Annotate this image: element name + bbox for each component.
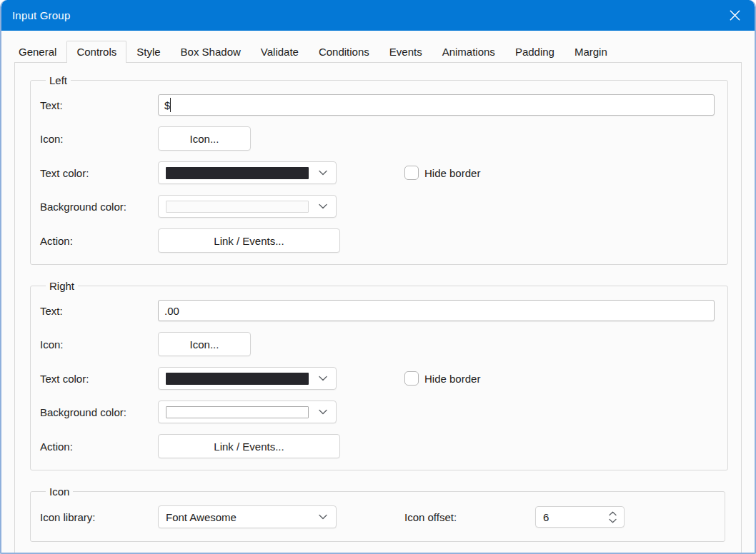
right-hide-border-label: Hide border [424, 373, 480, 385]
right-icon-label: Icon: [40, 338, 158, 351]
chevron-down-icon [319, 203, 327, 209]
titlebar: Input Group [0, 0, 756, 31]
window-title: Input Group [12, 9, 70, 21]
controls-tab-panel: Left Text: Icon: Icon... Text color: [14, 62, 742, 554]
icon-library-row: Icon library: Font Awesome Icon offset: … [40, 505, 712, 528]
right-icon-row: Icon: Icon... [40, 332, 715, 356]
icon-offset-spinner[interactable]: 6 [535, 506, 625, 528]
chevron-down-icon [609, 518, 617, 523]
close-icon [729, 9, 741, 21]
tab-style[interactable]: Style [126, 41, 170, 63]
right-icon-button[interactable]: Icon... [158, 332, 251, 356]
text-cursor [170, 98, 171, 112]
left-link-events-button[interactable]: Link / Events... [158, 228, 340, 253]
right-text-color-row: Text color: Hide border [40, 367, 715, 390]
group-right-title: Right [46, 280, 78, 292]
spinner-down-button[interactable] [609, 518, 617, 524]
right-background-color-swatch [166, 406, 309, 418]
left-hide-border-label: Hide border [424, 167, 480, 179]
left-action-label: Action: [40, 235, 158, 247]
right-action-label: Action: [40, 440, 158, 453]
icon-library-dropdown[interactable]: Font Awesome [158, 505, 337, 528]
close-button[interactable] [722, 3, 747, 27]
right-hide-border-wrap: Hide border [404, 371, 480, 386]
icon-offset-value: 6 [543, 511, 609, 523]
spinner-arrows [609, 510, 617, 524]
right-background-color-label: Background color: [40, 406, 158, 418]
left-background-color-row: Background color: [40, 195, 715, 218]
tab-animations[interactable]: Animations [432, 41, 505, 63]
right-hide-border-checkbox[interactable] [404, 371, 419, 386]
left-background-color-label: Background color: [40, 201, 158, 213]
right-link-events-button[interactable]: Link / Events... [158, 434, 340, 458]
tab-controls[interactable]: Controls [66, 41, 126, 63]
tab-box-shadow[interactable]: Box Shadow [171, 41, 251, 63]
chevron-down-icon [319, 409, 327, 415]
tab-conditions[interactable]: Conditions [309, 41, 379, 63]
dialog-content: General Controls Style Box Shadow Valida… [1, 31, 755, 554]
right-text-color-label: Text color: [40, 373, 158, 385]
left-icon-row: Icon: Icon... [40, 126, 715, 151]
left-text-color-row: Text color: Hide border [40, 161, 715, 184]
right-action-row: Action: Link / Events... [40, 434, 715, 458]
group-icon: Icon Icon library: Font Awesome Icon off… [30, 485, 725, 542]
chevron-down-icon [319, 170, 327, 176]
group-left-title: Left [46, 74, 71, 86]
right-text-row: Text: [40, 300, 715, 321]
right-text-input[interactable] [158, 300, 715, 321]
right-text-input-wrap [158, 300, 715, 321]
tab-general[interactable]: General [9, 41, 66, 63]
right-text-color-dropdown[interactable] [158, 367, 337, 390]
group-icon-title: Icon [46, 485, 73, 498]
chevron-down-icon [319, 376, 327, 381]
tab-margin[interactable]: Margin [564, 41, 617, 63]
chevron-down-icon [319, 514, 327, 520]
right-background-color-dropdown[interactable] [158, 401, 337, 423]
left-text-color-label: Text color: [40, 167, 158, 179]
icon-offset-label: Icon offset: [404, 511, 535, 523]
input-group-dialog: Input Group General Controls Style Box S… [0, 0, 756, 554]
icon-library-value: Font Awesome [166, 511, 319, 523]
left-hide-border-wrap: Hide border [404, 166, 480, 180]
left-text-color-swatch [166, 167, 309, 179]
left-text-color-dropdown[interactable] [158, 161, 337, 184]
left-text-input[interactable] [158, 94, 715, 116]
left-hide-border-checkbox[interactable] [404, 166, 419, 180]
group-right: Right Text: Icon: Icon... Text color: [30, 280, 728, 470]
left-text-row: Text: [40, 94, 715, 116]
left-text-label: Text: [40, 99, 158, 111]
chevron-up-icon [609, 511, 617, 516]
right-background-color-row: Background color: [40, 401, 715, 423]
left-background-color-dropdown[interactable] [158, 195, 337, 218]
group-left: Left Text: Icon: Icon... Text color: [30, 74, 728, 265]
right-text-color-swatch [166, 373, 309, 385]
spinner-up-button[interactable] [609, 510, 617, 517]
tab-events[interactable]: Events [379, 41, 432, 63]
left-icon-button[interactable]: Icon... [158, 126, 251, 151]
tab-bar: General Controls Style Box Shadow Valida… [1, 31, 755, 62]
left-icon-label: Icon: [40, 133, 158, 145]
icon-library-label: Icon library: [40, 511, 158, 523]
tab-padding[interactable]: Padding [505, 41, 564, 63]
tab-validate[interactable]: Validate [251, 41, 309, 63]
left-background-color-swatch [166, 201, 309, 213]
left-action-row: Action: Link / Events... [40, 228, 715, 253]
left-text-input-wrap [158, 94, 715, 116]
right-text-label: Text: [40, 305, 158, 317]
